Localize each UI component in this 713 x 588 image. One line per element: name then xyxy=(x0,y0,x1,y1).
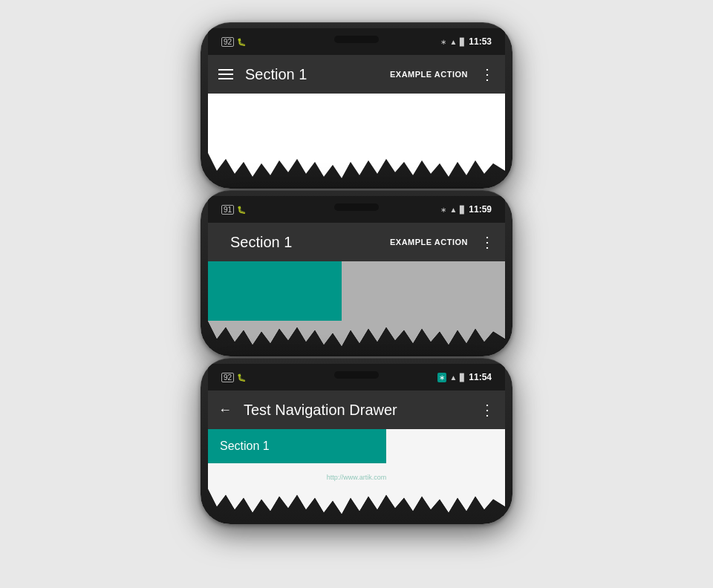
signal-icon-3: ▲ xyxy=(449,373,457,382)
phone-mockup-3: 92 🐛 ∗ ▲ ▊ 11:54 ← Test Navigation Drawe… xyxy=(201,358,512,524)
status-number-3: 92 xyxy=(221,373,234,382)
status-bar-2: 91 🐛 ∗ ▲ ▊ 11:59 xyxy=(208,196,505,223)
toolbar-dots-1[interactable]: ⋮ xyxy=(480,65,495,83)
toolbar-3: ← Test Navigation Drawer ⋮ xyxy=(208,391,505,429)
toolbar-title-3: Test Navigation Drawer xyxy=(244,402,468,419)
status-number-1: 92 xyxy=(221,37,234,47)
watermark: http://www.artik.com xyxy=(327,474,387,481)
toolbar-title-1: Section 1 xyxy=(245,66,378,83)
toolbar-action-2[interactable]: EXAMPLE ACTION xyxy=(390,238,468,246)
time-2: 11:59 xyxy=(469,204,492,215)
progress-bar-teal xyxy=(208,261,342,321)
status-bar-3: 92 🐛 ∗ ▲ ▊ 11:54 xyxy=(208,364,505,391)
status-left-1: 92 🐛 xyxy=(221,37,246,47)
back-arrow-icon[interactable]: ← xyxy=(218,402,232,418)
time-3: 11:54 xyxy=(469,372,492,382)
phone-mockup-2: 91 🐛 ∗ ▲ ▊ 11:59 𝅶 Section 1 EXAMPLE ACT… xyxy=(201,168,512,356)
battery-icon-2: ▊ xyxy=(460,206,466,214)
toolbar-title-2: Section 1 xyxy=(230,234,378,251)
content-2 xyxy=(208,261,505,321)
status-left-2: 91 🐛 xyxy=(221,205,246,215)
toolbar-dots-3[interactable]: ⋮ xyxy=(480,401,495,419)
status-right-3: ∗ ▲ ▊ 11:54 xyxy=(437,372,492,382)
time-1: 11:53 xyxy=(469,36,492,47)
status-number-2: 91 xyxy=(221,205,234,215)
phone-mockup-1: 92 🐛 ∗ ▲ ▊ 11:53 Section 1 EXAMPLE ACTIO… xyxy=(201,22,512,189)
signal-icon-2: ▲ xyxy=(449,206,457,214)
notification-icon-1: 🐛 xyxy=(237,38,246,46)
notification-icon-3: 🐛 xyxy=(237,373,246,382)
status-bar-1: 92 🐛 ∗ ▲ ▊ 11:53 xyxy=(208,28,505,55)
hamburger-icon-1[interactable] xyxy=(218,69,233,79)
content-3: Section 1 http://www.artik.com xyxy=(208,429,505,489)
torn-edge-2 xyxy=(208,321,505,350)
bluetooth-icon-3: ∗ xyxy=(437,373,446,382)
torn-edge-3 xyxy=(208,489,505,518)
toolbar-2: 𝅶 Section 1 EXAMPLE ACTION ⋮ xyxy=(208,223,505,261)
toolbar-dots-2[interactable]: ⋮ xyxy=(480,233,495,251)
notification-icon-2: 🐛 xyxy=(237,206,246,214)
toolbar-1: Section 1 EXAMPLE ACTION ⋮ xyxy=(208,55,505,94)
status-left-3: 92 🐛 xyxy=(221,373,246,382)
bluetooth-icon-1: ∗ xyxy=(440,38,446,46)
battery-icon-3: ▊ xyxy=(460,373,466,382)
content-1 xyxy=(208,94,505,153)
toolbar-action-1[interactable]: EXAMPLE ACTION xyxy=(390,70,468,79)
status-right-2: ∗ ▲ ▊ 11:59 xyxy=(440,204,492,215)
drawer-item-active[interactable]: Section 1 xyxy=(208,429,386,463)
bluetooth-icon-2: ∗ xyxy=(440,206,446,214)
progress-bar-gray xyxy=(342,261,505,321)
status-right-1: ∗ ▲ ▊ 11:53 xyxy=(440,36,492,47)
battery-icon-1: ▊ xyxy=(460,38,466,46)
signal-icon-1: ▲ xyxy=(449,38,457,46)
